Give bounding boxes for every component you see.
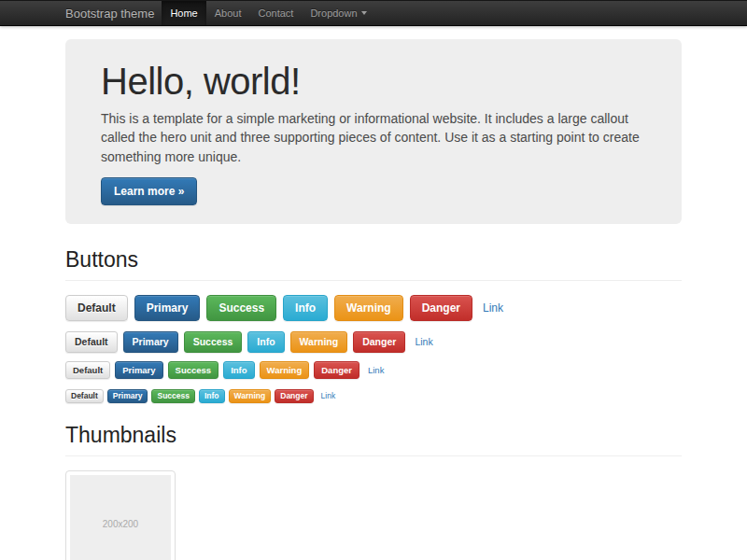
buttons-section-header: Buttons [65, 248, 682, 281]
success-button-lg[interactable]: Success [206, 295, 276, 321]
default-button-lg[interactable]: Default [65, 295, 128, 321]
link-button-lg[interactable]: Link [483, 301, 503, 315]
navbar-container: Bootstrap theme Home About Contact Dropd… [65, 1, 682, 25]
caret-down-icon [361, 11, 367, 15]
thumbnail[interactable]: 200x200 [65, 470, 176, 560]
primary-button-xs[interactable]: Primary [107, 389, 148, 403]
nav-item-home[interactable]: Home [162, 1, 205, 25]
main-container: Hello, world! This is a template for a s… [65, 39, 682, 560]
danger-button-lg[interactable]: Danger [410, 295, 472, 321]
default-button-md[interactable]: Default [65, 331, 118, 353]
default-button-xs[interactable]: Default [65, 389, 104, 403]
navbar-brand[interactable]: Bootstrap theme [65, 1, 154, 25]
button-row-default: Default Primary Success Info Warning Dan… [65, 331, 682, 353]
warning-button-md[interactable]: Warning [290, 331, 348, 353]
warning-button-xs[interactable]: Warning [229, 389, 272, 403]
buttons-heading: Buttons [65, 248, 682, 272]
hero-title: Hello, world! [101, 62, 646, 101]
success-button-md[interactable]: Success [184, 331, 243, 353]
info-button-sm[interactable]: Info [223, 361, 254, 380]
button-row-small: Default Primary Success Info Warning Dan… [65, 361, 682, 380]
primary-button-lg[interactable]: Primary [134, 295, 201, 321]
button-row-extra-small: Default Primary Success Info Warning Dan… [65, 389, 682, 403]
learn-more-button[interactable]: Learn more » [101, 177, 197, 205]
thumbnail-placeholder-image: 200x200 [70, 475, 171, 560]
thumbnails-section-header: Thumbnails [65, 424, 682, 456]
link-button-xs[interactable]: Link [321, 391, 336, 400]
hero-description: This is a template for a simple marketin… [101, 109, 646, 166]
nav-item-dropdown-label: Dropdown [310, 7, 357, 19]
default-button-sm[interactable]: Default [65, 361, 110, 380]
danger-button-md[interactable]: Danger [353, 331, 405, 353]
navbar: Bootstrap theme Home About Contact Dropd… [0, 0, 747, 26]
warning-button-sm[interactable]: Warning [260, 361, 310, 380]
warning-button-lg[interactable]: Warning [334, 295, 403, 321]
nav-item-contact[interactable]: Contact [249, 1, 302, 25]
danger-button-xs[interactable]: Danger [275, 389, 313, 403]
nav-item-contact-label: Contact [258, 7, 293, 19]
thumbnails-heading: Thumbnails [65, 424, 682, 447]
info-button-xs[interactable]: Info [199, 389, 225, 403]
primary-button-sm[interactable]: Primary [115, 361, 162, 380]
nav-item-home-label: Home [170, 7, 197, 19]
success-button-xs[interactable]: Success [151, 389, 195, 403]
link-button-sm[interactable]: Link [368, 365, 384, 375]
info-button-lg[interactable]: Info [283, 295, 328, 321]
hero-unit: Hello, world! This is a template for a s… [65, 39, 682, 224]
primary-button-md[interactable]: Primary [123, 331, 178, 353]
danger-button-sm[interactable]: Danger [314, 361, 359, 380]
nav-item-about[interactable]: About [206, 1, 250, 25]
navbar-menu: Home About Contact Dropdown [162, 1, 374, 25]
nav-item-about-label: About [215, 7, 242, 19]
link-button-md[interactable]: Link [415, 336, 432, 347]
success-button-sm[interactable]: Success [168, 361, 219, 380]
info-button-md[interactable]: Info [247, 331, 284, 353]
button-row-large: Default Primary Success Info Warning Dan… [65, 295, 682, 321]
nav-item-dropdown[interactable]: Dropdown [302, 1, 374, 25]
